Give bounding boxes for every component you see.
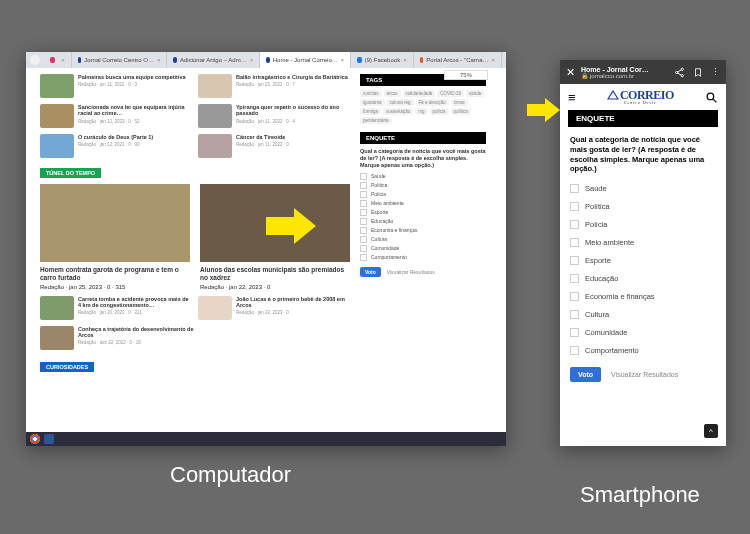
- view-results-link[interactable]: Visualizar Resultados: [387, 269, 435, 275]
- article-card[interactable]: Sancionada nova lei que equipara injúria…: [40, 104, 192, 128]
- checkbox-icon[interactable]: [570, 328, 579, 337]
- tag[interactable]: sustentação: [383, 108, 413, 115]
- url-bar[interactable]: Home - Jornal Cor… 🔒jornalcco.com.br: [581, 66, 668, 79]
- article-card[interactable]: O curáculo de Deus (Parte 1)Redação · ja…: [40, 134, 192, 158]
- close-icon[interactable]: ×: [491, 57, 495, 63]
- tag[interactable]: notícias: [360, 90, 382, 97]
- scroll-top-button[interactable]: ^: [704, 424, 718, 438]
- word-icon[interactable]: [44, 434, 54, 444]
- checkbox-icon[interactable]: [570, 238, 579, 247]
- poll-option[interactable]: Cultura: [570, 310, 716, 319]
- poll-option[interactable]: Educação: [570, 274, 716, 283]
- checkbox-icon[interactable]: [360, 218, 367, 225]
- checkbox-icon[interactable]: [360, 191, 367, 198]
- checkbox-icon[interactable]: [360, 173, 367, 180]
- tag[interactable]: iguatama: [360, 99, 385, 106]
- checkbox-icon[interactable]: [360, 245, 367, 252]
- checkbox-icon[interactable]: [360, 254, 367, 261]
- tag[interactable]: coluna reg: [387, 99, 414, 106]
- poll-option[interactable]: Saúde: [360, 173, 486, 180]
- browser-tab[interactable]: Jornal Correio Centro O… ×: [72, 52, 168, 68]
- checkbox-icon[interactable]: [360, 236, 367, 243]
- poll-option[interactable]: Cultura: [360, 236, 486, 243]
- tag[interactable]: formiga: [360, 108, 381, 115]
- checkbox-icon[interactable]: [570, 184, 579, 193]
- tag[interactable]: solidariedade: [403, 90, 436, 97]
- arrow-annotation-icon: [527, 98, 560, 122]
- poll-option[interactable]: Comportamento: [570, 346, 716, 355]
- close-icon[interactable]: ✕: [566, 66, 575, 79]
- search-icon[interactable]: [705, 91, 718, 104]
- browser-tab[interactable]: Home - Jornal Correio… ×: [260, 52, 351, 68]
- tab-label: Adicionar Artigo – Adm…: [180, 57, 247, 63]
- poll-option[interactable]: Economia e finanças: [360, 227, 486, 234]
- poll-option[interactable]: Esporte: [360, 209, 486, 216]
- article-card[interactable]: Carreta tomba e acidente provoca mais de…: [40, 296, 192, 320]
- article-card[interactable]: Palmeiras busca uma equipe competitivaRe…: [40, 74, 192, 98]
- close-icon[interactable]: ×: [403, 57, 407, 63]
- article-card[interactable]: Câncer da TireoideRedação · jun 11, 2022…: [198, 134, 350, 158]
- checkbox-icon[interactable]: [570, 292, 579, 301]
- poll-option[interactable]: Comunidade: [570, 328, 716, 337]
- thumbnail-image: [198, 74, 232, 98]
- share-icon[interactable]: [674, 67, 685, 78]
- site-logo[interactable]: CORREIO Centro Oeste: [607, 89, 674, 105]
- poll-option[interactable]: Comportamento: [360, 254, 486, 261]
- tag[interactable]: crime: [451, 99, 468, 106]
- poll-option[interactable]: Saúde: [570, 184, 716, 193]
- window-control-icon[interactable]: [30, 55, 40, 65]
- desktop-browser: × Jornal Correio Centro O… × Adicionar A…: [26, 52, 506, 446]
- poll-option[interactable]: Meio ambiente: [570, 238, 716, 247]
- poll-option[interactable]: Política: [570, 202, 716, 211]
- poll-option[interactable]: Educação: [360, 218, 486, 225]
- browser-tab[interactable]: ×: [44, 52, 72, 68]
- article-card[interactable]: Ypiranga quer repetir o sucesso do ano p…: [198, 104, 350, 128]
- poll-option[interactable]: Política: [360, 182, 486, 189]
- tag[interactable]: COVID-19: [437, 90, 464, 97]
- checkbox-icon[interactable]: [570, 256, 579, 265]
- poll-option[interactable]: Comunidade: [360, 245, 486, 252]
- poll-option[interactable]: Polícia: [360, 191, 486, 198]
- close-icon[interactable]: ×: [250, 57, 254, 63]
- tag[interactable]: mg: [415, 108, 427, 115]
- poll-option[interactable]: Esporte: [570, 256, 716, 265]
- article-card[interactable]: Balão intragástrico e Cirurgia da Bariát…: [198, 74, 350, 98]
- view-results-link[interactable]: Visualizar Resultados: [611, 371, 678, 378]
- checkbox-icon[interactable]: [570, 202, 579, 211]
- checkbox-icon[interactable]: [360, 227, 367, 234]
- browser-tab[interactable]: Adicionar Artigo – Adm… ×: [167, 52, 260, 68]
- poll-option[interactable]: Meio ambiente: [360, 200, 486, 207]
- tag[interactable]: arcos: [384, 90, 401, 97]
- hamburger-icon[interactable]: ≡: [568, 90, 576, 105]
- checkbox-icon[interactable]: [570, 274, 579, 283]
- article-card[interactable]: João Lucas é o primeiro bebê de 2008 em …: [198, 296, 350, 320]
- vote-button[interactable]: Voto: [570, 367, 601, 382]
- checkbox-icon[interactable]: [360, 200, 367, 207]
- section-label-tunnel[interactable]: TÚNEL DO TEMPO: [40, 168, 101, 178]
- checkbox-icon[interactable]: [570, 220, 579, 229]
- poll-option[interactable]: Polícia: [570, 220, 716, 229]
- article-card[interactable]: Conheça a trajetória do desenvolvimento …: [40, 326, 195, 350]
- close-icon[interactable]: ×: [341, 57, 345, 63]
- tag[interactable]: saúde: [466, 90, 484, 97]
- checkbox-icon[interactable]: [570, 310, 579, 319]
- checkbox-icon[interactable]: [360, 182, 367, 189]
- article-card[interactable]: Homem contrata garota de programa e tem …: [40, 184, 190, 290]
- tag[interactable]: penitenciária: [360, 117, 392, 124]
- browser-tab[interactable]: Portal Arcos - "Carna… ×: [414, 52, 502, 68]
- tag[interactable]: polícia: [430, 108, 449, 115]
- tag[interactable]: política: [451, 108, 471, 115]
- checkbox-icon[interactable]: [360, 209, 367, 216]
- chrome-icon[interactable]: [30, 434, 40, 444]
- close-icon[interactable]: ×: [61, 57, 65, 63]
- close-icon[interactable]: ×: [157, 57, 161, 63]
- section-label-curiosidades[interactable]: CURIOSIDADES: [40, 362, 94, 372]
- tag[interactable]: Fé e devoção: [416, 99, 449, 106]
- vote-button[interactable]: Voto: [360, 267, 381, 277]
- checkbox-icon[interactable]: [570, 346, 579, 355]
- bookmark-icon[interactable]: [693, 67, 703, 78]
- menu-icon[interactable]: ⋮: [711, 67, 720, 78]
- poll-option[interactable]: Economia e finanças: [570, 292, 716, 301]
- browser-tab[interactable]: (9) Facebook ×: [351, 52, 413, 68]
- svg-line-4: [678, 72, 682, 74]
